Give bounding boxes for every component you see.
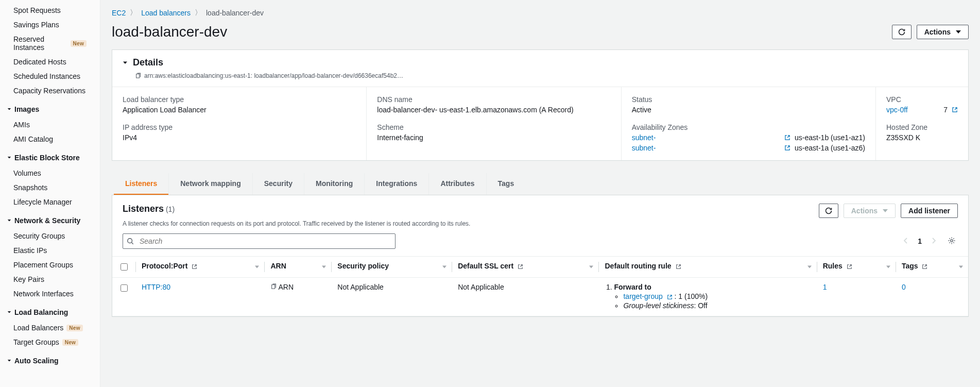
details-panel: Details arn:aws:elasticloadbalancing:us-… bbox=[112, 49, 969, 161]
forward-to-label: Forward to bbox=[614, 283, 651, 291]
listeners-description: A listener checks for connection request… bbox=[112, 220, 968, 233]
details-heading: Details bbox=[133, 57, 163, 68]
page-number: 1 bbox=[918, 237, 922, 245]
az-row: subnet-us-east-1a (use1-az6) bbox=[632, 144, 865, 152]
stickiness-label: Group-level stickiness bbox=[623, 301, 694, 310]
caret-down-icon bbox=[956, 30, 961, 33]
sidebar-item[interactable]: Savings Plans bbox=[0, 18, 100, 32]
caret-down-icon bbox=[7, 218, 11, 223]
nav-heading[interactable]: Images bbox=[0, 103, 100, 115]
breadcrumb-load-balancers[interactable]: Load balancers bbox=[141, 9, 191, 17]
external-link-icon[interactable] bbox=[667, 294, 673, 300]
tab-listeners[interactable]: Listeners bbox=[114, 173, 168, 195]
sidebar-item-label: Elastic IPs bbox=[13, 246, 47, 255]
nav-heading[interactable]: Network & Security bbox=[0, 214, 100, 227]
subnet-link[interactable]: subnet- bbox=[632, 144, 656, 152]
refresh-button[interactable] bbox=[892, 25, 912, 39]
caret-down-icon[interactable] bbox=[123, 60, 128, 65]
sidebar-item[interactable]: Key Pairs bbox=[0, 272, 100, 287]
sidebar-item[interactable]: Capacity Reservations bbox=[0, 83, 100, 98]
listeners-count: (1) bbox=[166, 205, 175, 213]
sidebar-item-label: Snapshots bbox=[13, 183, 47, 192]
listeners-actions-button: Actions bbox=[844, 204, 896, 218]
chevron-right-icon: 〉 bbox=[130, 8, 137, 18]
sidebar-item[interactable]: Elastic IPs bbox=[0, 243, 100, 258]
caret-down-icon bbox=[7, 156, 11, 160]
nav-heading[interactable]: Elastic Block Store bbox=[0, 152, 100, 164]
sidebar-item[interactable]: Network Interfaces bbox=[0, 287, 100, 301]
sidebar-item[interactable]: Lifecycle Manager bbox=[0, 195, 100, 209]
sidebar-item[interactable]: Target GroupsNew bbox=[0, 335, 100, 349]
new-badge: New bbox=[71, 40, 87, 47]
sidebar-item[interactable]: Reserved InstancesNew bbox=[0, 32, 100, 55]
external-link-icon bbox=[518, 264, 523, 270]
sidebar-item[interactable]: Load BalancersNew bbox=[0, 321, 100, 335]
col-ssl[interactable]: Default SSL cert bbox=[458, 262, 513, 270]
nav-heading[interactable]: Load Balancing bbox=[0, 306, 100, 318]
page-prev-button bbox=[901, 235, 910, 248]
external-link-icon[interactable] bbox=[784, 145, 790, 151]
az-zone: us-east-1a (use1-az6) bbox=[795, 144, 865, 152]
tab-security[interactable]: Security bbox=[252, 173, 304, 195]
nav-heading[interactable]: Auto Scaling bbox=[0, 355, 100, 367]
sidebar-item-label: Placement Groups bbox=[13, 261, 73, 269]
add-listener-button[interactable]: Add listener bbox=[901, 204, 958, 218]
chevron-left-icon bbox=[903, 237, 908, 244]
col-rule[interactable]: Default routing rule bbox=[605, 262, 671, 270]
az-row: subnet-us-east-1b (use1-az1) bbox=[632, 133, 865, 142]
scheme-label: Scheme bbox=[377, 123, 610, 131]
sidebar-item[interactable]: AMI Catalog bbox=[0, 132, 100, 146]
new-badge: New bbox=[62, 339, 78, 346]
sidebar-item[interactable]: Placement Groups bbox=[0, 258, 100, 272]
refresh-icon bbox=[824, 207, 833, 215]
target-group-link[interactable]: target-group bbox=[623, 292, 662, 300]
sidebar-item[interactable]: Scheduled Instances bbox=[0, 69, 100, 83]
external-link-icon[interactable] bbox=[952, 107, 958, 113]
actions-button[interactable]: Actions bbox=[917, 25, 969, 39]
sidebar-item-label: Load Balancers bbox=[13, 324, 63, 332]
sidebar-item[interactable]: AMIs bbox=[0, 117, 100, 132]
row-checkbox[interactable] bbox=[121, 284, 128, 292]
ip-type-label: IP address type bbox=[123, 123, 356, 131]
tags-link[interactable]: 0 bbox=[902, 283, 906, 291]
sidebar-item[interactable]: Dedicated Hosts bbox=[0, 55, 100, 69]
tab-tags[interactable]: Tags bbox=[486, 173, 526, 195]
sidebar-item-label: Network Interfaces bbox=[13, 290, 74, 298]
listeners-panel: Listeners (1) Actions Add listener bbox=[112, 195, 969, 317]
sidebar-item-label: AMI Catalog bbox=[13, 135, 53, 143]
col-protocol[interactable]: Protocol:Port bbox=[142, 262, 187, 270]
tab-network-mapping[interactable]: Network mapping bbox=[168, 173, 252, 195]
sidebar-item-label: Reserved Instances bbox=[13, 35, 67, 52]
col-sec[interactable]: Security policy bbox=[337, 262, 389, 270]
listeners-actions-label: Actions bbox=[851, 207, 878, 215]
copy-icon[interactable] bbox=[270, 283, 277, 290]
rules-link[interactable]: 1 bbox=[823, 283, 827, 291]
external-link-icon bbox=[676, 264, 681, 270]
sidebar-item[interactable]: Spot Requests bbox=[0, 3, 100, 18]
breadcrumb-ec2[interactable]: EC2 bbox=[112, 9, 126, 17]
external-link-icon bbox=[847, 264, 852, 270]
settings-button[interactable] bbox=[945, 234, 958, 248]
vpc-link[interactable]: vpc-0ff bbox=[886, 106, 908, 114]
tab-attributes[interactable]: Attributes bbox=[428, 173, 486, 195]
protocol-port-link[interactable]: HTTP:80 bbox=[142, 283, 170, 291]
subnet-link[interactable]: subnet- bbox=[632, 133, 656, 142]
table-row: HTTP:80 ARN Not Applicable Not Applicabl… bbox=[112, 278, 968, 316]
sidebar-item[interactable]: Snapshots bbox=[0, 180, 100, 195]
stickiness-value: : Off bbox=[694, 301, 707, 310]
sidebar-item-label: Key Pairs bbox=[13, 275, 44, 283]
sidebar-item[interactable]: Security Groups bbox=[0, 229, 100, 243]
col-arn[interactable]: ARN bbox=[270, 262, 286, 270]
select-all-checkbox[interactable] bbox=[121, 263, 128, 271]
search-input[interactable] bbox=[123, 233, 396, 249]
page-next-button bbox=[929, 235, 938, 248]
copy-icon[interactable] bbox=[135, 73, 141, 79]
arn-cell: ARN bbox=[279, 283, 294, 291]
tab-monitoring[interactable]: Monitoring bbox=[304, 173, 364, 195]
col-rules[interactable]: Rules bbox=[823, 262, 843, 270]
col-tags[interactable]: Tags bbox=[902, 262, 918, 270]
listeners-refresh-button[interactable] bbox=[819, 204, 838, 218]
sidebar-item[interactable]: Volumes bbox=[0, 166, 100, 180]
external-link-icon[interactable] bbox=[784, 134, 790, 141]
tab-integrations[interactable]: Integrations bbox=[364, 173, 428, 195]
